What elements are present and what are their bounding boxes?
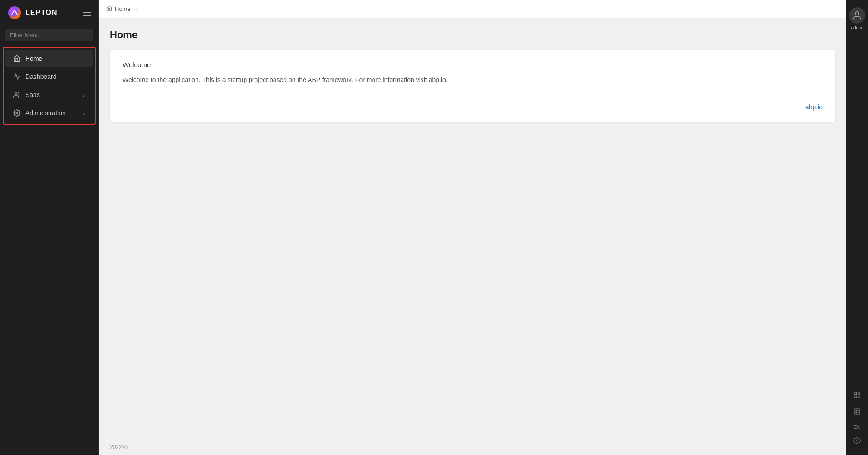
svg-point-2 [16,112,18,114]
sidebar-item-dashboard[interactable]: Dashboard [5,68,93,85]
welcome-text: Welcome to the application. This is a st… [123,75,823,85]
dashboard-icon [13,73,21,81]
sidebar-item-administration-label: Administration [25,109,77,117]
nav-items: Home Dashboard Saas ⌄ [3,47,96,125]
svg-rect-6 [858,396,860,398]
card-footer: abp.io [123,103,823,111]
sidebar-item-home[interactable]: Home [5,50,93,67]
right-panel: admin EN [846,0,868,455]
filter-menu-input[interactable] [5,29,93,41]
footer-year: 2022 © [110,444,128,450]
administration-chevron-icon: ⌄ [82,110,86,116]
breadcrumb-chevron-icon: ⌄ [133,6,137,12]
table-icon[interactable] [853,408,861,417]
sidebar-item-saas[interactable]: Saas ⌄ [5,86,93,103]
svg-point-0 [8,6,21,19]
sidebar-item-administration[interactable]: Administration ⌄ [5,104,93,122]
settings-icon[interactable] [853,437,861,446]
avatar[interactable] [849,7,865,24]
filter-menu-area [0,25,98,45]
breadcrumb-home-text: Home [115,5,131,12]
svg-point-3 [855,12,858,15]
main-area: Home ⌄ Home Welcome Welcome to the appli… [99,0,846,455]
svg-rect-5 [858,392,860,395]
welcome-heading: Welcome [123,61,823,68]
saas-chevron-icon: ⌄ [82,92,86,98]
svg-rect-4 [854,392,857,395]
sidebar: LEPTON Home [0,0,99,455]
sidebar-item-home-label: Home [25,55,86,62]
logo-icon [7,5,22,20]
breadcrumb-home-icon [106,5,112,13]
content-card: Welcome Welcome to the application. This… [110,50,835,122]
saas-icon [13,91,21,99]
logo-area: LEPTON [7,5,58,20]
language-selector[interactable]: EN [853,424,860,430]
page-content: Home Welcome Welcome to the application.… [99,18,846,440]
sidebar-item-saas-label: Saas [25,91,77,98]
user-name-label: admin [851,25,863,30]
notifications-icon[interactable] [853,391,861,401]
topbar: Home ⌄ [99,0,846,18]
administration-icon [13,109,21,117]
svg-rect-8 [854,409,860,414]
svg-point-1 [15,92,17,94]
page-title: Home [110,29,835,41]
svg-point-13 [856,440,858,441]
user-avatar-area: admin [849,4,865,34]
abp-link[interactable]: abp.io [805,103,823,111]
hamburger-button[interactable] [83,10,91,16]
right-panel-bottom: EN [853,391,861,451]
sidebar-item-dashboard-label: Dashboard [25,73,86,80]
page-footer: 2022 © [99,440,846,455]
svg-rect-7 [854,396,857,398]
app-name: LEPTON [25,9,58,17]
home-icon [13,54,21,63]
sidebar-header: LEPTON [0,0,98,25]
